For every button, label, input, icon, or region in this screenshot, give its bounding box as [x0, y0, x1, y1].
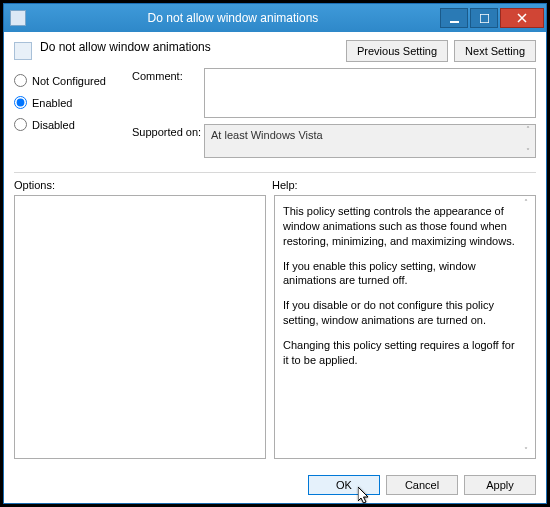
- close-button[interactable]: [500, 8, 544, 28]
- comment-input[interactable]: [204, 68, 536, 118]
- radio-not-configured-input[interactable]: [14, 74, 27, 87]
- radio-enabled-input[interactable]: [14, 96, 27, 109]
- title-bar[interactable]: Do not allow window animations: [4, 4, 546, 32]
- radio-disabled[interactable]: Disabled: [14, 118, 122, 131]
- window-controls: [440, 8, 546, 28]
- cancel-button[interactable]: Cancel: [386, 475, 458, 495]
- state-radio-group: Not Configured Enabled Disabled: [14, 68, 122, 164]
- supported-on-value: At least Windows Vista ˄˅: [204, 124, 536, 158]
- help-paragraph: This policy setting controls the appeara…: [283, 204, 517, 249]
- app-icon: [10, 10, 26, 26]
- svg-rect-1: [480, 14, 489, 23]
- help-paragraph: Changing this policy setting requires a …: [283, 338, 517, 368]
- help-label: Help:: [272, 179, 298, 191]
- radio-enabled[interactable]: Enabled: [14, 96, 122, 109]
- panes: This policy setting controls the appeara…: [4, 195, 546, 467]
- radio-enabled-label: Enabled: [32, 97, 72, 109]
- group-policy-editor-window: Do not allow window animations Do not al…: [3, 3, 547, 504]
- svg-rect-0: [450, 21, 459, 23]
- scroll-stub: ˄˅: [519, 198, 533, 456]
- supported-on-label: Supported on:: [132, 124, 204, 138]
- help-pane: This policy setting controls the appeara…: [274, 195, 536, 459]
- policy-title: Do not allow window animations: [40, 40, 338, 54]
- minimize-button[interactable]: [440, 8, 468, 28]
- ok-button[interactable]: OK: [308, 475, 380, 495]
- apply-button[interactable]: Apply: [464, 475, 536, 495]
- dialog-footer: OK Cancel Apply: [4, 467, 546, 503]
- scroll-stub: ˄˅: [521, 125, 535, 157]
- radio-disabled-label: Disabled: [32, 119, 75, 131]
- help-paragraph: If you disable or do not configure this …: [283, 298, 517, 328]
- maximize-button[interactable]: [470, 8, 498, 28]
- next-setting-button[interactable]: Next Setting: [454, 40, 536, 62]
- options-label: Options:: [14, 179, 272, 191]
- policy-header: Do not allow window animations Previous …: [4, 32, 546, 68]
- previous-setting-button[interactable]: Previous Setting: [346, 40, 448, 62]
- comment-label: Comment:: [132, 68, 204, 82]
- radio-not-configured-label: Not Configured: [32, 75, 106, 87]
- radio-not-configured[interactable]: Not Configured: [14, 74, 122, 87]
- supported-on-text: At least Windows Vista: [211, 129, 323, 141]
- form-area: Not Configured Enabled Disabled Comment:…: [4, 68, 546, 172]
- policy-icon: [14, 42, 32, 60]
- help-paragraph: If you enable this policy setting, windo…: [283, 259, 517, 289]
- window-title: Do not allow window animations: [26, 11, 440, 25]
- panes-header: Options: Help:: [4, 173, 546, 195]
- radio-disabled-input[interactable]: [14, 118, 27, 131]
- options-pane: [14, 195, 266, 459]
